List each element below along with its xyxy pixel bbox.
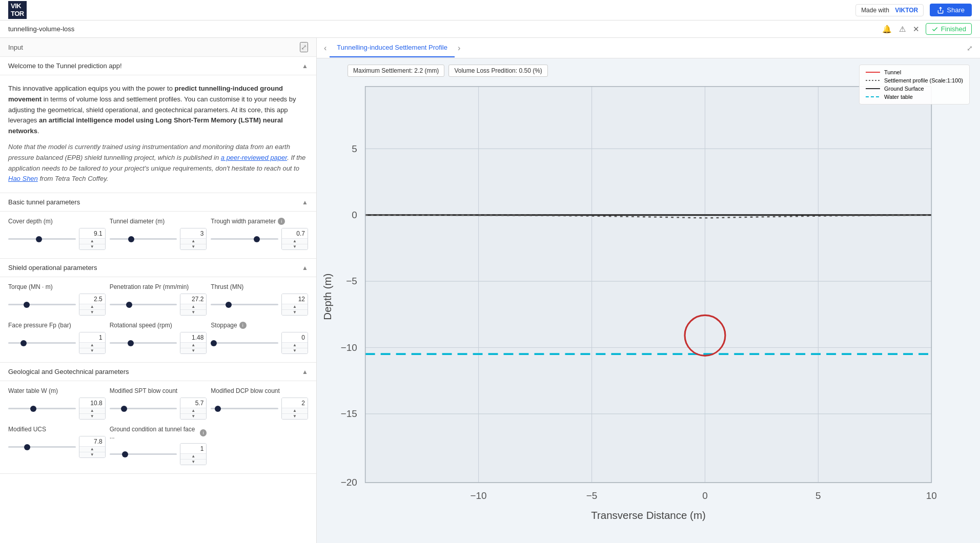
basic-tunnel-params-grid: Cover depth (m) 9.1 ▲ ▼ Tu [8,218,308,250]
cover-depth-up[interactable]: ▲ [79,239,105,244]
geotech-section-header[interactable]: Geological and Geotechnical parameters ▲ [0,363,316,381]
welcome-section-header[interactable]: Welcome to the Tunnel prediction app! ▲ [0,57,316,75]
welcome-section-title: Welcome to the Tunnel prediction app! [8,62,122,70]
param-spt-slider-row: 5.7 ▲▼ [110,398,207,420]
water-table-down[interactable]: ▼ [79,414,105,419]
legend-tunnel: Tunnel [866,69,963,75]
peer-reviewed-link[interactable]: a peer-reviewed paper [221,154,287,161]
welcome-chevron-icon: ▲ [302,62,308,70]
x-axis-label: Transverse Distance (m) [591,509,706,521]
rotational-speed-slider[interactable] [110,342,177,344]
spt-slider[interactable] [110,408,177,409]
nav-right: Made with VIKTOR Share [855,4,972,16]
trough-width-up[interactable]: ▲ [282,239,308,244]
tab-settlement-profile[interactable]: Tunnelling-induced Settlement Profile [330,38,455,57]
stoppage-input-wrapper: 0 ▲▼ [281,332,308,354]
face-pressure-slider[interactable] [8,342,76,344]
tunnel-diameter-slider[interactable] [110,238,177,240]
legend-ground-surface-label: Ground Surface [884,86,924,92]
geotech-params-grid: Water table W (m) 10.8 ▲▼ Modified SPT b… [8,387,308,465]
right-panel: ‹ Tunnelling-induced Settlement Profile … [317,38,980,543]
param-stoppage: Stoppage i 0 ▲▼ [211,322,308,354]
penetration-rate-up[interactable]: ▲ [180,304,206,310]
cover-depth-input-wrapper: 9.1 ▲ ▼ [79,228,106,250]
ground-condition-info-icon[interactable]: i [200,429,207,436]
dcp-up[interactable]: ▲ [282,408,308,414]
param-dcp: Modified DCP blow count 2 ▲▼ [211,387,308,420]
stoppage-up[interactable]: ▲ [282,343,308,348]
penetration-rate-slider[interactable] [110,304,177,305]
tunnel-diameter-down[interactable]: ▼ [180,244,206,249]
param-thrust-label: Thrust (MN) [211,283,308,290]
trough-width-down[interactable]: ▼ [282,244,308,249]
thrust-down[interactable]: ▼ [282,310,308,315]
spt-up[interactable]: ▲ [180,408,206,414]
rotational-speed-down[interactable]: ▼ [180,348,206,353]
made-with-viktor-badge: Made with VIKTOR [855,4,924,16]
ground-condition-down[interactable]: ▼ [180,460,206,465]
water-table-up[interactable]: ▲ [79,408,105,414]
legend-tunnel-label: Tunnel [884,69,901,75]
param-cover-depth: Cover depth (m) 9.1 ▲ ▼ [8,218,106,250]
stoppage-slider[interactable] [211,342,278,344]
close-icon-button[interactable]: ✕ [912,24,921,35]
panel-expand-button[interactable]: ⤢ [300,42,308,52]
warning-icon-button[interactable]: ⚠ [898,24,907,35]
tab-prev-button[interactable]: ‹ [321,40,330,56]
x-tick-5: 5 [815,490,821,501]
torque-down[interactable]: ▼ [79,310,105,315]
share-button[interactable]: Share [930,4,972,16]
hao-shen-link[interactable]: Hao Shen [8,175,38,182]
param-tunnel-diameter: Tunnel diameter (m) 3 ▲ ▼ [110,218,207,250]
ground-condition-value: 1 [180,444,206,454]
shield-op-section-header[interactable]: Shield operational parameters ▲ [0,259,316,277]
dcp-down[interactable]: ▼ [282,414,308,419]
thrust-slider[interactable] [211,304,278,305]
trough-width-slider[interactable] [211,238,278,240]
water-table-slider[interactable] [8,408,76,409]
param-ucs-label: Modified UCS [8,426,106,433]
ground-condition-input-wrapper: 1 ▲▼ [180,443,207,465]
notification-icon-button[interactable]: 🔔 [881,24,893,35]
penetration-rate-down[interactable]: ▼ [180,310,206,315]
ucs-down[interactable]: ▼ [79,452,105,457]
stoppage-down[interactable]: ▼ [282,348,308,353]
thrust-up[interactable]: ▲ [282,304,308,310]
param-penetration-rate-label: Penetration rate Pr (mm/min) [110,283,207,290]
cover-depth-spin: ▲ ▼ [79,239,105,249]
water-table-value: 10.8 [79,398,105,408]
tab-expand-button[interactable]: ⤢ [964,41,976,55]
torque-up[interactable]: ▲ [79,304,105,310]
stoppage-info-icon[interactable]: i [239,322,247,329]
param-water-table-label: Water table W (m) [8,387,106,394]
face-pressure-down[interactable]: ▼ [79,348,105,353]
ucs-slider[interactable] [8,446,76,448]
trough-width-value: 0.7 [282,228,308,239]
tab-next-button[interactable]: › [455,40,463,56]
cover-depth-down[interactable]: ▼ [79,244,105,249]
param-thrust: Thrust (MN) 12 ▲▼ [211,283,308,316]
tunnel-diameter-up[interactable]: ▲ [180,239,206,244]
param-thrust-slider-row: 12 ▲▼ [211,294,308,316]
chart-background [365,87,932,483]
ucs-up[interactable]: ▲ [79,447,105,452]
trough-width-info-icon[interactable]: i [278,218,285,225]
face-pressure-up[interactable]: ▲ [79,343,105,348]
torque-slider[interactable] [8,304,76,305]
chart-svg: 5 0 −5 −10 −15 −20 −10 −5 0 5 10 Transve… [317,58,980,543]
basic-tunnel-section-header[interactable]: Basic tunnel parameters ▲ [0,193,316,212]
cover-depth-slider[interactable] [8,238,76,240]
tab-bar-left: ‹ Tunnelling-induced Settlement Profile … [321,38,463,57]
dcp-slider[interactable] [211,408,278,409]
ground-condition-up[interactable]: ▲ [180,454,206,460]
param-stoppage-slider-row: 0 ▲▼ [211,332,308,354]
spt-down[interactable]: ▼ [180,414,206,419]
cover-depth-value: 9.1 [79,228,105,239]
ground-condition-slider[interactable] [110,453,177,455]
welcome-section-body: This innovative application equips you w… [0,75,316,193]
rotational-speed-up[interactable]: ▲ [180,343,206,348]
y-tick-minus15: −15 [341,408,357,419]
breadcrumb-right: 🔔 ⚠ ✕ Finished [881,23,972,35]
viktor-brand-link[interactable]: VIKTOR [895,7,918,14]
max-settlement-box: Maximum Settlement: 2.2 (mm) [348,65,444,77]
